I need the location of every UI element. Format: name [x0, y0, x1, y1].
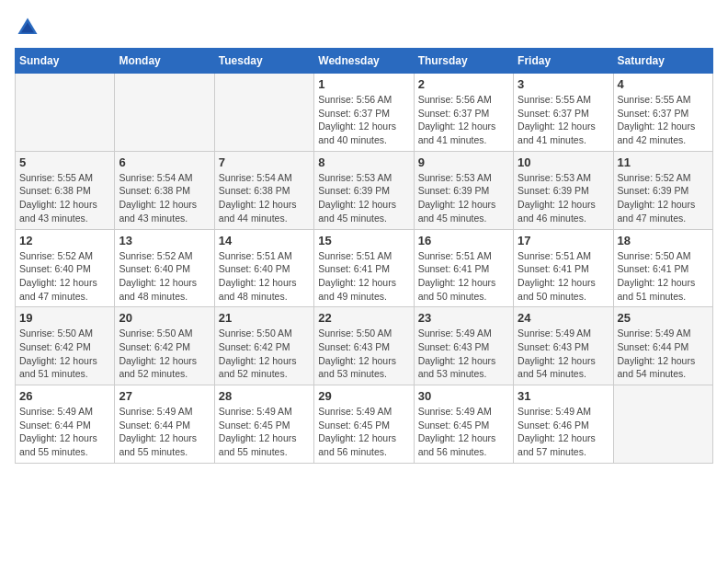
day-number: 12 [19, 234, 110, 247]
day-info: Sunrise: 5:49 AMSunset: 6:45 PMDaylight:… [318, 405, 409, 459]
calendar-cell: 16Sunrise: 5:51 AMSunset: 6:41 PMDayligh… [414, 229, 513, 307]
calendar-cell: 31Sunrise: 5:49 AMSunset: 6:46 PMDayligh… [514, 385, 613, 464]
day-number: 18 [618, 234, 709, 247]
day-number: 19 [19, 311, 110, 325]
day-info: Sunrise: 5:49 AMSunset: 6:45 PMDaylight:… [219, 405, 310, 459]
weekday-header-monday: Monday [115, 49, 214, 74]
calendar-cell: 23Sunrise: 5:49 AMSunset: 6:43 PMDayligh… [414, 307, 513, 385]
calendar-cell: 2Sunrise: 5:56 AMSunset: 6:37 PMDaylight… [414, 74, 513, 152]
day-number: 2 [418, 77, 509, 91]
calendar-cell: 8Sunrise: 5:53 AMSunset: 6:39 PMDaylight… [314, 151, 414, 229]
calendar-cell: 24Sunrise: 5:49 AMSunset: 6:43 PMDayligh… [514, 307, 613, 385]
day-number: 28 [219, 389, 310, 403]
day-info: Sunrise: 5:50 AMSunset: 6:41 PMDaylight:… [618, 249, 709, 304]
calendar-week-row: 26Sunrise: 5:49 AMSunset: 6:44 PMDayligh… [16, 385, 713, 464]
day-info: Sunrise: 5:52 AMSunset: 6:40 PMDaylight:… [19, 249, 110, 304]
day-number: 15 [318, 234, 409, 247]
logo-icon [15, 15, 40, 40]
calendar-cell: 15Sunrise: 5:51 AMSunset: 6:41 PMDayligh… [314, 229, 414, 307]
day-number: 5 [19, 155, 110, 169]
calendar-cell: 22Sunrise: 5:50 AMSunset: 6:43 PMDayligh… [314, 307, 414, 385]
calendar-cell [115, 74, 214, 152]
day-info: Sunrise: 5:51 AMSunset: 6:41 PMDaylight:… [518, 249, 609, 304]
day-number: 16 [418, 234, 509, 247]
day-number: 6 [119, 155, 210, 169]
day-number: 13 [119, 234, 210, 247]
day-info: Sunrise: 5:52 AMSunset: 6:40 PMDaylight:… [119, 249, 210, 304]
day-number: 10 [518, 155, 609, 169]
day-number: 21 [219, 311, 310, 325]
day-info: Sunrise: 5:50 AMSunset: 6:42 PMDaylight:… [19, 327, 110, 381]
weekday-header-saturday: Saturday [613, 49, 712, 74]
weekday-header-thursday: Thursday [414, 49, 513, 74]
day-info: Sunrise: 5:51 AMSunset: 6:40 PMDaylight:… [219, 249, 310, 304]
day-number: 25 [618, 311, 709, 325]
day-number: 1 [318, 77, 409, 91]
calendar-cell: 4Sunrise: 5:55 AMSunset: 6:37 PMDaylight… [613, 74, 712, 152]
calendar-cell: 28Sunrise: 5:49 AMSunset: 6:45 PMDayligh… [214, 385, 313, 464]
calendar-week-row: 12Sunrise: 5:52 AMSunset: 6:40 PMDayligh… [16, 229, 713, 307]
calendar-cell: 18Sunrise: 5:50 AMSunset: 6:41 PMDayligh… [613, 229, 712, 307]
day-info: Sunrise: 5:53 AMSunset: 6:39 PMDaylight:… [418, 171, 509, 225]
calendar-cell: 11Sunrise: 5:52 AMSunset: 6:39 PMDayligh… [613, 151, 712, 229]
calendar-cell: 17Sunrise: 5:51 AMSunset: 6:41 PMDayligh… [514, 229, 613, 307]
day-info: Sunrise: 5:54 AMSunset: 6:38 PMDaylight:… [119, 171, 210, 225]
day-info: Sunrise: 5:49 AMSunset: 6:44 PMDaylight:… [618, 327, 709, 381]
calendar-cell: 9Sunrise: 5:53 AMSunset: 6:39 PMDaylight… [414, 151, 513, 229]
day-number: 29 [318, 389, 409, 403]
day-info: Sunrise: 5:53 AMSunset: 6:39 PMDaylight:… [518, 171, 609, 225]
day-info: Sunrise: 5:50 AMSunset: 6:42 PMDaylight:… [219, 327, 310, 381]
calendar-cell: 14Sunrise: 5:51 AMSunset: 6:40 PMDayligh… [214, 229, 313, 307]
calendar-cell: 21Sunrise: 5:50 AMSunset: 6:42 PMDayligh… [214, 307, 313, 385]
day-number: 23 [418, 311, 509, 325]
day-info: Sunrise: 5:49 AMSunset: 6:46 PMDaylight:… [518, 405, 609, 459]
calendar-week-row: 1Sunrise: 5:56 AMSunset: 6:37 PMDaylight… [16, 74, 713, 152]
weekday-header-friday: Friday [514, 49, 613, 74]
calendar-cell: 29Sunrise: 5:49 AMSunset: 6:45 PMDayligh… [314, 385, 414, 464]
calendar-cell [214, 74, 313, 152]
day-info: Sunrise: 5:56 AMSunset: 6:37 PMDaylight:… [418, 93, 509, 147]
logo [15, 15, 44, 40]
day-number: 22 [318, 311, 409, 325]
day-number: 9 [418, 155, 509, 169]
calendar-cell: 30Sunrise: 5:49 AMSunset: 6:45 PMDayligh… [414, 385, 513, 464]
day-info: Sunrise: 5:49 AMSunset: 6:44 PMDaylight:… [119, 405, 210, 459]
calendar-table: SundayMondayTuesdayWednesdayThursdayFrid… [15, 48, 713, 464]
day-info: Sunrise: 5:55 AMSunset: 6:37 PMDaylight:… [518, 93, 609, 147]
day-number: 30 [418, 389, 509, 403]
calendar-cell: 3Sunrise: 5:55 AMSunset: 6:37 PMDaylight… [514, 74, 613, 152]
day-info: Sunrise: 5:49 AMSunset: 6:43 PMDaylight:… [518, 327, 609, 381]
calendar-cell [16, 74, 115, 152]
calendar-cell: 26Sunrise: 5:49 AMSunset: 6:44 PMDayligh… [16, 385, 115, 464]
calendar-cell: 10Sunrise: 5:53 AMSunset: 6:39 PMDayligh… [514, 151, 613, 229]
calendar-cell: 20Sunrise: 5:50 AMSunset: 6:42 PMDayligh… [115, 307, 214, 385]
weekday-header-tuesday: Tuesday [214, 49, 313, 74]
calendar-cell: 7Sunrise: 5:54 AMSunset: 6:38 PMDaylight… [214, 151, 313, 229]
day-info: Sunrise: 5:50 AMSunset: 6:43 PMDaylight:… [318, 327, 409, 381]
day-number: 24 [518, 311, 609, 325]
day-info: Sunrise: 5:49 AMSunset: 6:43 PMDaylight:… [418, 327, 509, 381]
weekday-header-sunday: Sunday [16, 49, 115, 74]
calendar-cell [613, 385, 712, 464]
day-number: 27 [119, 389, 210, 403]
calendar-cell: 12Sunrise: 5:52 AMSunset: 6:40 PMDayligh… [16, 229, 115, 307]
day-number: 11 [618, 155, 709, 169]
calendar-week-row: 5Sunrise: 5:55 AMSunset: 6:38 PMDaylight… [16, 151, 713, 229]
day-info: Sunrise: 5:54 AMSunset: 6:38 PMDaylight:… [219, 171, 310, 225]
calendar-cell: 6Sunrise: 5:54 AMSunset: 6:38 PMDaylight… [115, 151, 214, 229]
calendar-week-row: 19Sunrise: 5:50 AMSunset: 6:42 PMDayligh… [16, 307, 713, 385]
calendar-cell: 5Sunrise: 5:55 AMSunset: 6:38 PMDaylight… [16, 151, 115, 229]
day-number: 20 [119, 311, 210, 325]
day-number: 8 [318, 155, 409, 169]
calendar-cell: 27Sunrise: 5:49 AMSunset: 6:44 PMDayligh… [115, 385, 214, 464]
calendar-cell: 25Sunrise: 5:49 AMSunset: 6:44 PMDayligh… [613, 307, 712, 385]
day-number: 7 [219, 155, 310, 169]
day-info: Sunrise: 5:55 AMSunset: 6:37 PMDaylight:… [618, 93, 709, 147]
page-header [15, 15, 713, 40]
day-info: Sunrise: 5:51 AMSunset: 6:41 PMDaylight:… [418, 249, 509, 304]
calendar-cell: 1Sunrise: 5:56 AMSunset: 6:37 PMDaylight… [314, 74, 414, 152]
day-info: Sunrise: 5:56 AMSunset: 6:37 PMDaylight:… [318, 93, 409, 147]
day-info: Sunrise: 5:49 AMSunset: 6:45 PMDaylight:… [418, 405, 509, 459]
day-info: Sunrise: 5:55 AMSunset: 6:38 PMDaylight:… [19, 171, 110, 225]
day-info: Sunrise: 5:52 AMSunset: 6:39 PMDaylight:… [618, 171, 709, 225]
